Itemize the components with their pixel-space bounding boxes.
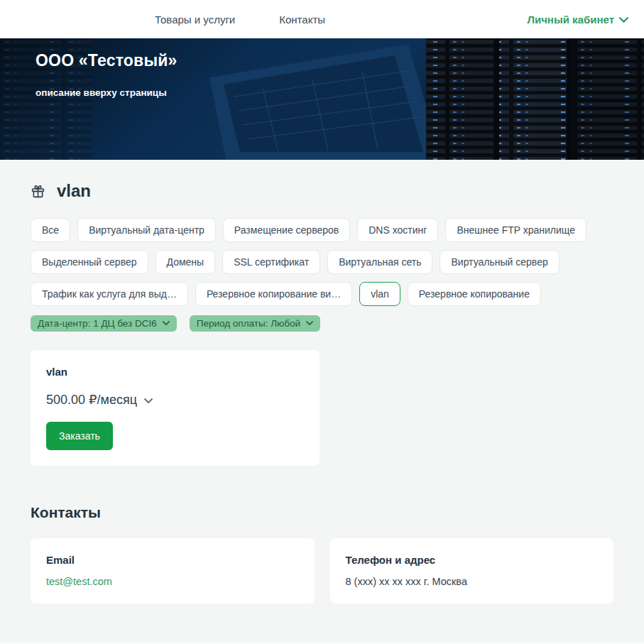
category-chip[interactable]: Резервное копирование [408, 282, 541, 306]
gift-icon [31, 184, 45, 199]
email-card: Email test@test.com [31, 538, 315, 604]
category-chip[interactable]: Трафик как услуга для выд… [31, 282, 188, 306]
category-chip[interactable]: Размещение серверов [223, 218, 350, 242]
nav-link-products[interactable]: Товары и услуги [155, 13, 235, 26]
account-menu[interactable]: Личный кабинет [527, 13, 628, 26]
email-label: Email [46, 554, 299, 566]
filter-datacenter[interactable]: Дата-центр: 1 ДЦ без DCI6 [31, 315, 177, 332]
category-chip[interactable]: Все [31, 218, 70, 242]
nav-link-contacts[interactable]: Контакты [279, 13, 325, 26]
order-button[interactable]: Заказать [46, 422, 113, 450]
category-chip[interactable]: DNS хостинг [357, 218, 438, 242]
account-menu-label: Личный кабинет [527, 13, 614, 26]
company-title: ООО «Тестовый» [36, 51, 178, 70]
main-content: vlan Все Виртуальный дата-центр Размещен… [0, 160, 644, 643]
email-link[interactable]: test@test.com [46, 576, 299, 587]
product-card: vlan 500.00 ₽/месяц Заказать [31, 350, 320, 466]
chevron-down-icon [163, 321, 170, 326]
category-chip[interactable]: Выделенный сервер [31, 250, 148, 274]
phone-address-card: Телефон и адрес 8 (xxx) xx xx xxx г. Мос… [330, 538, 614, 604]
category-chip[interactable]: Виртуальный дата-центр [77, 218, 216, 242]
hero-text: ООО «Тестовый» описание вверху страницы [36, 51, 178, 98]
category-chip[interactable]: SSL сертификат [222, 250, 320, 274]
phone-address-label: Телефон и адрес [346, 554, 599, 566]
contacts-title: Контакты [31, 504, 613, 521]
chevron-down-icon [306, 321, 313, 326]
page: Товары и услуги Контакты Личный кабинет [0, 0, 644, 644]
hero-banner: ООО «Тестовый» описание вверху страницы [0, 38, 644, 160]
category-chip[interactable]: Внешнее FTP хранилище [445, 218, 586, 242]
filter-datacenter-label: Дата-центр: 1 ДЦ без DCI6 [38, 318, 157, 329]
price-select[interactable]: 500.00 ₽/месяц [46, 392, 153, 408]
page-title: vlan [57, 181, 91, 201]
category-chip-list: Все Виртуальный дата-центр Размещение се… [31, 218, 613, 306]
filter-payment-period-label: Период оплаты: Любой [197, 318, 300, 329]
phone-address-value: 8 (xxx) xx xx xxx г. Москва [346, 576, 599, 587]
chevron-down-icon [619, 17, 628, 23]
filter-payment-period[interactable]: Период оплаты: Любой [190, 315, 320, 332]
category-chip-selected[interactable]: vlan [359, 282, 400, 306]
page-title-row: vlan [31, 181, 613, 201]
product-name: vlan [46, 366, 304, 378]
category-chip[interactable]: Домены [155, 250, 216, 274]
category-chip[interactable]: Виртуальная сеть [327, 250, 432, 274]
category-chip[interactable]: Виртуальный сервер [440, 250, 559, 274]
category-chip[interactable]: Резервное копирование ви… [195, 282, 352, 306]
contact-cards: Email test@test.com Телефон и адрес 8 (x… [31, 538, 613, 604]
chevron-down-icon [144, 398, 153, 404]
product-price: 500.00 ₽/месяц [46, 392, 137, 408]
top-navbar: Товары и услуги Контакты Личный кабинет [0, 0, 644, 38]
nav-links: Товары и услуги Контакты [155, 13, 325, 26]
hero-subtitle: описание вверху страницы [36, 87, 178, 98]
filter-tags: Дата-центр: 1 ДЦ без DCI6 Период оплаты:… [31, 315, 613, 332]
